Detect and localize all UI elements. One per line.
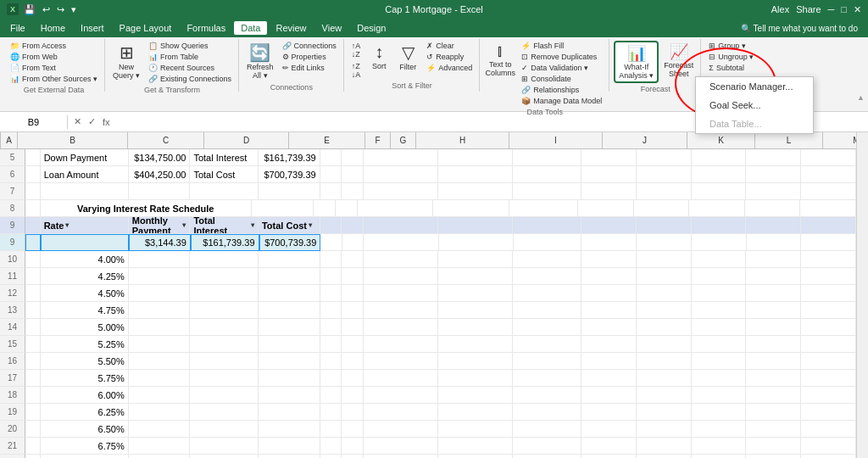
cell-e11[interactable]: [259, 268, 320, 285]
cell-i16[interactable]: [438, 353, 513, 370]
cell-c19[interactable]: [129, 404, 191, 421]
cell-b16[interactable]: 5.50%: [41, 353, 129, 370]
sort-button[interactable]: ↕ Sort: [365, 41, 392, 72]
cell-e21[interactable]: [259, 438, 320, 455]
cell-k5[interactable]: [581, 149, 637, 166]
cell-g12[interactable]: [342, 285, 364, 302]
cell-b13[interactable]: 4.75%: [41, 302, 129, 319]
cell-j9b[interactable]: [514, 234, 581, 251]
cell-g14[interactable]: [342, 319, 364, 336]
cell-f18[interactable]: [320, 387, 342, 404]
cell-b8[interactable]: Varying Interest Rate Schedule: [41, 200, 252, 217]
cell-e15[interactable]: [259, 336, 320, 353]
cell-o5[interactable]: [801, 149, 856, 166]
properties-button[interactable]: ⚙ Properties: [279, 52, 340, 62]
share-button[interactable]: Share: [796, 4, 821, 15]
cancel-formula-button[interactable]: ✕: [71, 116, 84, 127]
cell-l20[interactable]: [637, 421, 692, 438]
cell-k7[interactable]: [581, 183, 637, 200]
cell-i21[interactable]: [438, 438, 513, 455]
menu-file[interactable]: File: [3, 21, 32, 35]
cell-k21[interactable]: [581, 438, 637, 455]
cell-k12[interactable]: [581, 285, 637, 302]
cell-o15[interactable]: [801, 336, 856, 353]
cell-c21[interactable]: [129, 438, 191, 455]
cell-l13[interactable]: [637, 302, 692, 319]
cell-a20[interactable]: [25, 421, 41, 438]
refresh-all-button[interactable]: 🔄 RefreshAll ▾: [243, 41, 277, 81]
show-queries-button[interactable]: 📋 Show Queries: [145, 41, 235, 51]
cell-l22[interactable]: [637, 455, 692, 458]
cell-e6[interactable]: $700,739.39: [259, 166, 320, 183]
cell-b20[interactable]: 6.50%: [41, 421, 129, 438]
cell-e7[interactable]: [259, 183, 320, 200]
cell-m16[interactable]: [692, 353, 747, 370]
cell-j20[interactable]: [513, 421, 581, 438]
cell-a9b[interactable]: [25, 234, 41, 251]
cell-c17[interactable]: [129, 370, 191, 387]
cell-m21[interactable]: [692, 438, 747, 455]
cell-g21[interactable]: [342, 438, 364, 455]
cell-n21[interactable]: [746, 438, 801, 455]
cell-j19[interactable]: [513, 404, 581, 421]
cell-g9b[interactable]: [342, 234, 364, 251]
cell-m22[interactable]: [692, 455, 747, 458]
cell-i5[interactable]: [438, 149, 513, 166]
cell-j18[interactable]: [513, 387, 581, 404]
enter-formula-button[interactable]: ✓: [86, 116, 98, 127]
cell-e20[interactable]: [259, 421, 320, 438]
menu-home[interactable]: Home: [34, 21, 72, 35]
goal-seek-item[interactable]: Goal Seek...: [696, 96, 813, 114]
cell-m10[interactable]: [692, 251, 747, 268]
cell-k6[interactable]: [581, 166, 637, 183]
menu-insert[interactable]: Insert: [74, 21, 111, 35]
cell-f13[interactable]: [320, 302, 342, 319]
cell-h12[interactable]: [364, 285, 438, 302]
cell-a18[interactable]: [25, 387, 41, 404]
cell-h20[interactable]: [364, 421, 438, 438]
cell-o21[interactable]: [801, 438, 856, 455]
cell-d18[interactable]: [190, 387, 259, 404]
scenario-manager-item[interactable]: Scenario Manager...: [696, 77, 813, 96]
cell-i8[interactable]: [433, 200, 509, 217]
cell-n14[interactable]: [746, 319, 801, 336]
cell-f21[interactable]: [320, 438, 342, 455]
cell-b7[interactable]: [41, 183, 129, 200]
menu-review[interactable]: Review: [269, 21, 313, 35]
recent-sources-button[interactable]: 🕐 Recent Sources: [145, 63, 235, 73]
menu-formulas[interactable]: Formulas: [180, 21, 232, 35]
cell-n16[interactable]: [746, 353, 801, 370]
cell-g6[interactable]: [342, 166, 364, 183]
cell-d19[interactable]: [190, 404, 259, 421]
cell-d22[interactable]: [190, 455, 259, 458]
cell-l17[interactable]: [637, 370, 692, 387]
text-to-columns-button[interactable]: ⫿ Text toColumns: [484, 41, 516, 79]
cell-a15[interactable]: [25, 336, 41, 353]
cell-i22[interactable]: [438, 455, 513, 458]
cell-k9[interactable]: [581, 217, 637, 234]
cell-m8[interactable]: [689, 200, 745, 217]
cell-a16[interactable]: [25, 353, 41, 370]
from-web-button[interactable]: 🌐 From Web: [7, 52, 101, 62]
cell-m5[interactable]: [692, 149, 747, 166]
cell-n10[interactable]: [746, 251, 801, 268]
cell-o9b[interactable]: [801, 234, 856, 251]
cell-m6[interactable]: [692, 166, 747, 183]
cell-a5[interactable]: [25, 149, 41, 166]
cell-e17[interactable]: [259, 370, 320, 387]
cell-e19[interactable]: [259, 404, 320, 421]
save-button[interactable]: 💾: [22, 4, 37, 15]
cell-k15[interactable]: [581, 336, 637, 353]
cell-l9b[interactable]: [637, 234, 692, 251]
cell-g17[interactable]: [342, 370, 364, 387]
filter-button[interactable]: ▽ Filter: [394, 41, 421, 73]
cell-g20[interactable]: [342, 421, 364, 438]
cell-c5[interactable]: $134,750.00: [129, 149, 191, 166]
cell-a22[interactable]: [25, 455, 41, 458]
cell-a6[interactable]: [25, 166, 41, 183]
cell-f9b[interactable]: [320, 234, 342, 251]
cell-a7[interactable]: [25, 183, 41, 200]
cell-m12[interactable]: [692, 285, 747, 302]
cell-k19[interactable]: [581, 404, 637, 421]
cell-m9[interactable]: [692, 217, 747, 234]
